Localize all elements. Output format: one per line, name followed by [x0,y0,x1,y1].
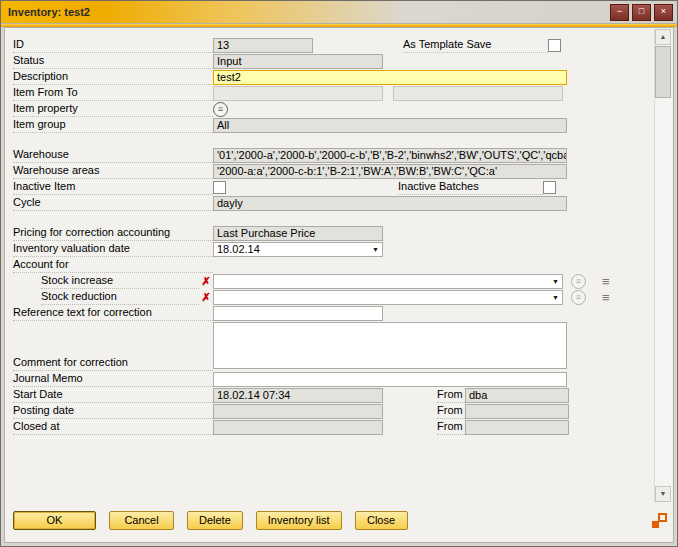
stock-reduction-combo[interactable]: ▼ [213,290,563,305]
status-label: Status [13,54,213,69]
start-date-from-label: From [437,388,465,403]
scroll-down-icon[interactable]: ▼ [655,486,671,502]
chevron-down-icon[interactable]: ▼ [552,275,559,288]
row-cycle: Cycle dayly [13,196,654,211]
minimize-icon[interactable]: − [610,4,629,21]
closed-at-from-label: From [437,420,465,435]
scrollbar-thumb[interactable] [655,46,671,98]
window-title: Inventory: test2 [8,6,607,18]
row-inactive: Inactive Item Inactive Batches [13,180,654,195]
closed-at-label: Closed at [13,420,213,435]
inactive-item-checkbox[interactable] [213,181,226,194]
item-from-field [213,86,383,101]
row-reference-text: Reference text for correction [13,306,654,321]
as-template-save-label: As Template Save [403,38,548,53]
row-posting-date: Posting date From [13,404,654,419]
choose-from-list-icon[interactable]: ≡ [571,274,586,289]
required-x-icon: ✗ [199,291,213,304]
comment-label: Comment for correction [13,356,213,371]
group-gap [13,134,654,148]
inactive-batches-checkbox[interactable] [543,181,556,194]
row-warehouse-areas: Warehouse areas '2000-a:a','2000-c-b:1',… [13,164,654,179]
row-stock-increase: Stock increase ✗ ▼ ≡ ≡ [13,274,654,289]
warehouse-field: '01','2000-a','2000-b','2000-c-b','B','B… [213,148,567,163]
row-journal-memo: Journal Memo [13,372,654,387]
cancel-button[interactable]: Cancel [109,511,174,530]
row-id: ID 13 As Template Save [13,38,654,53]
button-row: OK Cancel Delete Inventory list Close [13,511,408,530]
row-comment: Comment for correction [13,322,654,371]
inventory-valuation-date-value: 18.02.14 [217,243,260,256]
stock-reduction-label: Stock reduction [41,290,199,305]
id-label: ID [13,38,213,53]
delete-button[interactable]: Delete [187,511,243,530]
row-status: Status Input [13,54,654,69]
form-area: ID 13 As Template Save Status Input Desc… [5,28,654,504]
chevron-down-icon[interactable]: ▼ [552,291,559,304]
vertical-scrollbar[interactable]: ▲ ▼ [654,29,672,502]
cycle-label: Cycle [13,196,213,211]
item-group-label: Item group [13,118,213,133]
titlebar[interactable]: Inventory: test2 − □ × [1,1,677,24]
resize-corner-icon[interactable] [651,513,667,529]
cycle-field: dayly [213,196,567,211]
warehouse-areas-field: '2000-a:a','2000-c-b:1','B-2:1','BW:A','… [213,164,567,179]
item-group-field: All [213,118,567,133]
form-content: ID 13 As Template Save Status Input Desc… [4,27,674,543]
row-start-date: Start Date 18.02.14 07:34 From dba [13,388,654,403]
posting-date-from-field [465,404,569,419]
inventory-valuation-date-combo[interactable]: 18.02.14 ▼ [213,242,383,257]
pricing-field: Last Purchase Price [213,226,383,241]
chevron-down-icon[interactable]: ▼ [372,243,379,256]
account-detail-icon[interactable]: ≡ [602,291,610,304]
posting-date-field [213,404,383,419]
reference-text-label: Reference text for correction [13,306,213,321]
inventory-valuation-date-label: Inventory valuation date [13,242,213,257]
start-date-label: Start Date [13,388,213,403]
required-x-icon: ✗ [199,275,213,288]
group-gap [13,212,654,226]
restore-icon[interactable]: □ [632,4,651,21]
posting-date-label: Posting date [13,404,213,419]
journal-memo-label: Journal Memo [13,372,213,387]
id-field: 13 [213,38,313,53]
row-stock-reduction: Stock reduction ✗ ▼ ≡ ≡ [13,290,654,305]
account-for-label: Account for [13,258,213,273]
start-date-field: 18.02.14 07:34 [213,388,383,403]
as-template-save-checkbox[interactable] [548,39,561,52]
warehouse-label: Warehouse [13,148,213,163]
inactive-item-label: Inactive Item [13,180,213,195]
row-item-property: Item property ≡ [13,102,654,117]
pricing-label: Pricing for correction accounting [13,226,213,241]
closed-at-field [213,420,383,435]
choose-from-list-icon[interactable]: ≡ [571,290,586,305]
close-form-button[interactable]: Close [355,511,408,530]
inactive-batches-label: Inactive Batches [398,180,543,195]
row-closed-at: Closed at From [13,420,654,435]
journal-memo-field[interactable] [213,372,567,387]
stock-increase-label: Stock increase [41,274,199,289]
choose-from-list-icon[interactable]: ≡ [213,102,228,117]
item-from-to-label: Item From To [13,86,213,101]
row-pricing: Pricing for correction accounting Last P… [13,226,654,241]
row-item-from-to: Item From To [13,86,654,101]
account-detail-icon[interactable]: ≡ [602,275,610,288]
stock-increase-combo[interactable]: ▼ [213,274,563,289]
reference-text-field[interactable] [213,306,383,321]
inventory-list-button[interactable]: Inventory list [256,511,342,530]
warehouse-areas-label: Warehouse areas [13,164,213,179]
status-field: Input [213,54,383,69]
posting-date-from-label: From [437,404,465,419]
item-property-label: Item property [13,102,213,117]
ok-button[interactable]: OK [13,511,96,530]
description-field[interactable]: test2 [213,70,567,85]
item-to-field [393,86,563,101]
start-date-from-field: dba [465,388,569,403]
scroll-up-icon[interactable]: ▲ [655,29,671,45]
row-item-group: Item group All [13,118,654,133]
row-account-for: Account for [13,258,654,273]
description-label: Description [13,70,213,85]
row-description: Description test2 [13,70,654,85]
close-icon[interactable]: × [654,4,673,21]
comment-textarea[interactable] [213,322,567,369]
